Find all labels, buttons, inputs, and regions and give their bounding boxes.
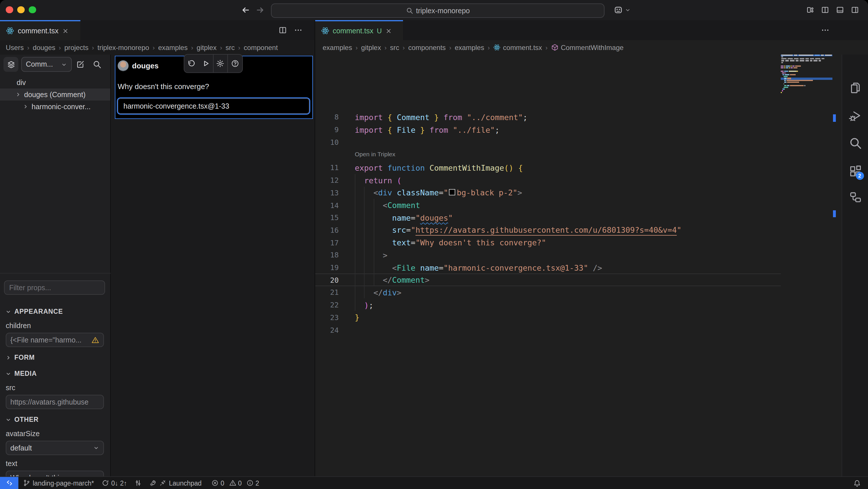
maximize-window-button[interactable]	[29, 6, 36, 13]
play-button[interactable]	[198, 55, 213, 73]
breadcrumb-item[interactable]: component	[244, 44, 278, 51]
preview-toolbar	[184, 54, 243, 73]
remote-indicator[interactable]	[0, 477, 19, 489]
file-chip-element[interactable]: harmonic-convergence.tsx@1-33	[118, 98, 309, 114]
close-icon[interactable]	[62, 27, 69, 34]
split-v-icon[interactable]	[821, 6, 829, 14]
code-line-14[interactable]: 14 <Comment	[315, 199, 841, 211]
hierarchy-icon[interactable]	[848, 190, 862, 204]
code-line-22[interactable]: 22 );	[315, 299, 841, 311]
current-line-highlight	[315, 274, 781, 286]
breadcrumb-item[interactable]: gitplex	[197, 44, 216, 51]
line-number: 24	[318, 325, 339, 334]
search-icon[interactable]	[92, 60, 102, 69]
launchpad-item[interactable]: Launchpad	[150, 479, 202, 487]
search-address-bar[interactable]: triplex-monorepo	[271, 3, 604, 18]
sliders-item[interactable]	[135, 479, 142, 487]
breadcrumb-item[interactable]: gitplex	[361, 44, 381, 51]
panel-right-icon[interactable]	[851, 6, 859, 14]
section-header-other[interactable]: OTHER	[0, 414, 111, 425]
code-line-9[interactable]: 9import { File } from "../file";	[315, 123, 841, 136]
code-line-8[interactable]: 8import { Comment } from "../comment";	[315, 111, 841, 123]
breadcrumb-separator: ›	[449, 44, 451, 51]
code-line-19[interactable]: 19 <File name="harmonic-convergence.tsx@…	[315, 261, 841, 274]
edit-icon[interactable]	[76, 60, 85, 69]
split-editor-icon[interactable]	[278, 26, 287, 34]
preview-canvas[interactable]: douges Why doesn't this converge? harmon…	[111, 55, 315, 477]
breadcrumb-item[interactable]: triplex-monorepo	[98, 44, 149, 51]
tree-item-harmonic-conver-[interactable]: harmonic-conver...	[0, 100, 110, 113]
layers-button[interactable]	[3, 57, 19, 72]
breadcrumb-item[interactable]: examples	[158, 44, 188, 51]
line-number: 18	[318, 251, 339, 259]
breadcrumb-separator: ›	[191, 44, 193, 51]
code-line-13[interactable]: 13 <div className="bg-black p-2">	[315, 186, 841, 199]
filter-props-input[interactable]	[4, 280, 105, 295]
help-icon	[231, 59, 239, 68]
section-header-media[interactable]: MEDIA	[0, 368, 111, 379]
git-sync-item[interactable]: 0↓ 2↑	[102, 479, 127, 487]
code-line-15[interactable]: 15 name="douges"	[315, 211, 841, 224]
back-icon[interactable]	[241, 5, 250, 15]
files-icon[interactable]	[848, 81, 862, 95]
minimize-window-button[interactable]	[17, 6, 24, 13]
codelens-open-in-triplex[interactable]: Open in Triplex	[355, 150, 395, 157]
chev-right-icon[interactable]	[15, 91, 21, 98]
debug-icon[interactable]	[848, 109, 862, 123]
code-line-21[interactable]: 21 </div>	[315, 286, 841, 298]
tree-item-douges-comment-[interactable]: douges (Comment)	[0, 88, 110, 100]
more-actions-icon[interactable]	[821, 26, 830, 34]
bell-icon[interactable]	[853, 479, 861, 487]
profile-menu-button[interactable]	[613, 5, 631, 15]
overview-ruler-mark	[833, 210, 836, 217]
code-line-24[interactable]: 24	[315, 323, 841, 336]
breadcrumb-item[interactable]: examples	[322, 44, 352, 51]
breadcrumb-item[interactable]: CommentWithImage	[551, 44, 624, 51]
more-actions-icon[interactable]	[294, 26, 303, 34]
search-icon[interactable]	[848, 136, 862, 150]
git-branch-item[interactable]: landing-page-march*	[23, 479, 94, 487]
minimap[interactable]	[781, 55, 832, 477]
settings-button[interactable]	[213, 55, 228, 73]
code-line-18[interactable]: 18 >	[315, 249, 841, 261]
breadcrumb-item[interactable]: projects	[64, 44, 88, 51]
close-icon[interactable]	[385, 27, 392, 34]
component-select[interactable]: Comm...	[21, 57, 72, 72]
code-editor[interactable]: 8import { Comment } from "../comment";9i…	[315, 55, 841, 477]
minimap-row	[781, 73, 832, 74]
section-header-appearance[interactable]: APPEARANCE	[0, 306, 111, 317]
code-line-17[interactable]: 17 text="Why doesn't this converge?"	[315, 236, 841, 249]
breadcrumb-item[interactable]: src	[226, 44, 235, 51]
prop-input-src[interactable]: https://avatars.githubuse	[6, 395, 104, 409]
editor-tab-comment[interactable]: comment.tsx U	[315, 20, 403, 40]
chev-right-icon[interactable]	[22, 104, 29, 110]
split-h-icon[interactable]	[836, 6, 844, 14]
breadcrumb-item[interactable]: comment.tsx	[493, 44, 542, 51]
layers-icon	[7, 60, 15, 69]
code-line-23[interactable]: 23}	[315, 311, 841, 323]
close-window-button[interactable]	[6, 6, 13, 13]
breadcrumb-item[interactable]: src	[390, 44, 399, 51]
code-line-11[interactable]: 11export function CommentWithImage() {	[315, 162, 841, 174]
breadcrumb-item[interactable]: examples	[455, 44, 484, 51]
forward-icon[interactable]	[255, 5, 265, 15]
undo-button[interactable]	[184, 55, 198, 73]
left-pane-tab-comment[interactable]: comment.tsx	[0, 20, 81, 40]
prop-select-avatarsize[interactable]: default	[6, 441, 104, 455]
activity-bar: 21	[841, 55, 868, 477]
breadcrumb-item[interactable]: components	[408, 44, 446, 51]
tree-item-div[interactable]: div	[0, 77, 110, 88]
breadcrumb-item[interactable]: Users	[6, 44, 24, 51]
breadcrumb-item[interactable]: douges	[33, 44, 55, 51]
code-line-12[interactable]: 12 return (	[315, 174, 841, 186]
section-header-form[interactable]: FORM	[0, 352, 111, 363]
prop-input-children[interactable]: {<File name="harmo...	[6, 333, 104, 347]
minimap-row	[781, 85, 832, 86]
minimap-row	[781, 80, 832, 81]
app-window: triplex-monorepo comment.tsx comment.tsx…	[0, 0, 868, 489]
help-button[interactable]	[228, 55, 243, 73]
code-line-10[interactable]: 10	[315, 136, 841, 148]
problems-item[interactable]: 0 0 2	[211, 479, 262, 487]
code-line-16[interactable]: 16 src="https://avatars.githubuserconten…	[315, 224, 841, 236]
layout-dots-icon[interactable]	[806, 6, 814, 14]
